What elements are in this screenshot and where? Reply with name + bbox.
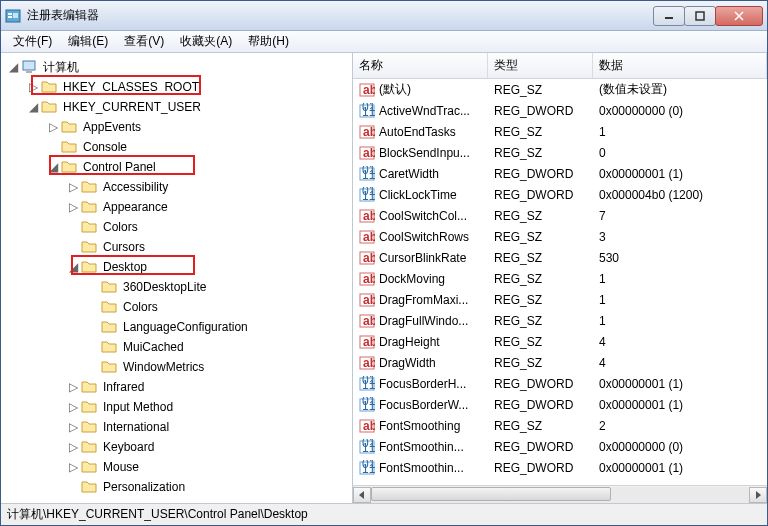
scroll-thumb[interactable]: [371, 487, 611, 501]
tree-desktop[interactable]: ◢Desktop: [1, 257, 352, 277]
tree-hkcr[interactable]: ▷HKEY_CLASSES_ROOT: [1, 77, 352, 97]
value-name-cell: 011110FontSmoothin...: [353, 439, 488, 455]
menu-edit[interactable]: 编辑(E): [60, 31, 116, 52]
menu-file[interactable]: 文件(F): [5, 31, 60, 52]
tree-appevents[interactable]: ▷AppEvents: [1, 117, 352, 137]
tree-mouse-label: Mouse: [101, 459, 141, 475]
value-type-cell: REG_DWORD: [488, 377, 593, 391]
value-type-cell: REG_DWORD: [488, 398, 593, 412]
value-data-cell: 1: [593, 293, 767, 307]
value-data-cell: 4: [593, 335, 767, 349]
value-row[interactable]: 011110CaretWidthREG_DWORD0x00000001 (1): [353, 163, 767, 184]
value-row[interactable]: 011110FocusBorderW...REG_DWORD0x00000001…: [353, 394, 767, 415]
tree-console[interactable]: Console: [1, 137, 352, 157]
tree-keyboard[interactable]: ▷Keyboard: [1, 437, 352, 457]
value-row[interactable]: abDockMovingREG_SZ1: [353, 268, 767, 289]
titlebar[interactable]: 注册表编辑器: [1, 1, 767, 31]
tree-desktoplite[interactable]: 360DesktopLite: [1, 277, 352, 297]
value-name-cell: 011110ActiveWndTrac...: [353, 103, 488, 119]
tree-controlpanel[interactable]: ◢Control Panel: [1, 157, 352, 177]
tree-accessibility-label: Accessibility: [101, 179, 170, 195]
svg-text:ab: ab: [363, 146, 375, 160]
menu-view[interactable]: 查看(V): [116, 31, 172, 52]
value-row[interactable]: abAutoEndTasksREG_SZ1: [353, 121, 767, 142]
value-data-cell: 1: [593, 314, 767, 328]
maximize-button[interactable]: [684, 6, 716, 26]
tree-cursors-label: Cursors: [101, 239, 147, 255]
value-type-cell: REG_SZ: [488, 356, 593, 370]
tree-root[interactable]: ◢计算机: [1, 57, 352, 77]
value-row[interactable]: 011110ClickLockTimeREG_DWORD0x000004b0 (…: [353, 184, 767, 205]
value-row[interactable]: abCoolSwitchCol...REG_SZ7: [353, 205, 767, 226]
tree-keyboard-label: Keyboard: [101, 439, 156, 455]
value-row[interactable]: 011110FontSmoothin...REG_DWORD0x00000001…: [353, 457, 767, 478]
menu-help[interactable]: 帮助(H): [240, 31, 297, 52]
tree-winmetrics-label: WindowMetrics: [121, 359, 206, 375]
value-row[interactable]: abDragHeightREG_SZ4: [353, 331, 767, 352]
close-button[interactable]: [715, 6, 763, 26]
tree-cursors[interactable]: Cursors: [1, 237, 352, 257]
tree-infrared[interactable]: ▷Infrared: [1, 377, 352, 397]
tree-inputmethod[interactable]: ▷Input Method: [1, 397, 352, 417]
scroll-track[interactable]: [371, 487, 749, 503]
value-name-cell: abDockMoving: [353, 271, 488, 287]
value-data-cell: 0: [593, 146, 767, 160]
value-row[interactable]: abCoolSwitchRowsREG_SZ3: [353, 226, 767, 247]
tree-appearance[interactable]: ▷Appearance: [1, 197, 352, 217]
horizontal-scrollbar[interactable]: [353, 485, 767, 503]
tree-console-label: Console: [81, 139, 129, 155]
menu-favorites[interactable]: 收藏夹(A): [172, 31, 240, 52]
value-row[interactable]: 011110ActiveWndTrac...REG_DWORD0x0000000…: [353, 100, 767, 121]
app-icon: [5, 8, 21, 24]
value-row[interactable]: abDragFromMaxi...REG_SZ1: [353, 289, 767, 310]
scroll-left-button[interactable]: [353, 487, 371, 503]
value-row[interactable]: ab(默认)REG_SZ(数值未设置): [353, 79, 767, 100]
value-data-cell: 3: [593, 230, 767, 244]
value-name-cell: 011110FocusBorderW...: [353, 397, 488, 413]
minimize-button[interactable]: [653, 6, 685, 26]
tree-controlpanel-label: Control Panel: [81, 159, 158, 175]
tree-pane[interactable]: ◢计算机▷HKEY_CLASSES_ROOT◢HKEY_CURRENT_USER…: [1, 53, 353, 503]
value-row[interactable]: abBlockSendInpu...REG_SZ0: [353, 142, 767, 163]
value-row[interactable]: abDragFullWindo...REG_SZ1: [353, 310, 767, 331]
value-row[interactable]: abDragWidthREG_SZ4: [353, 352, 767, 373]
tree-hkcu[interactable]: ◢HKEY_CURRENT_USER: [1, 97, 352, 117]
svg-text:110: 110: [362, 441, 375, 455]
value-data-cell: 0x00000001 (1): [593, 167, 767, 181]
tree-mouse[interactable]: ▷Mouse: [1, 457, 352, 477]
tree-winmetrics[interactable]: WindowMetrics: [1, 357, 352, 377]
svg-rect-9: [26, 71, 32, 73]
value-type-cell: REG_SZ: [488, 419, 593, 433]
value-row[interactable]: 011110FocusBorderH...REG_DWORD0x00000001…: [353, 373, 767, 394]
list-pane: 名称 类型 数据 ab(默认)REG_SZ(数值未设置)011110Active…: [353, 53, 767, 503]
svg-text:ab: ab: [363, 314, 375, 328]
value-name-cell: abCoolSwitchCol...: [353, 208, 488, 224]
svg-text:ab: ab: [363, 419, 375, 433]
tree-hkcr-label: HKEY_CLASSES_ROOT: [61, 79, 201, 95]
tree-muicached[interactable]: MuiCached: [1, 337, 352, 357]
tree-colors2[interactable]: Colors: [1, 297, 352, 317]
tree-accessibility[interactable]: ▷Accessibility: [1, 177, 352, 197]
value-row[interactable]: 011110FontSmoothin...REG_DWORD0x00000000…: [353, 436, 767, 457]
tree-root-label: 计算机: [41, 58, 81, 77]
svg-text:ab: ab: [363, 293, 375, 307]
value-row[interactable]: abFontSmoothingREG_SZ2: [353, 415, 767, 436]
col-header-name[interactable]: 名称: [353, 53, 488, 78]
svg-text:ab: ab: [363, 335, 375, 349]
col-header-data[interactable]: 数据: [593, 53, 767, 78]
window-title: 注册表编辑器: [27, 7, 654, 24]
tree-personalization[interactable]: Personalization: [1, 477, 352, 497]
list-body[interactable]: ab(默认)REG_SZ(数值未设置)011110ActiveWndTrac..…: [353, 79, 767, 485]
tree-international[interactable]: ▷International: [1, 417, 352, 437]
svg-text:ab: ab: [363, 209, 375, 223]
scroll-right-button[interactable]: [749, 487, 767, 503]
col-header-type[interactable]: 类型: [488, 53, 593, 78]
value-data-cell: 1: [593, 272, 767, 286]
value-row[interactable]: abCursorBlinkRateREG_SZ530: [353, 247, 767, 268]
tree-colors[interactable]: Colors: [1, 217, 352, 237]
value-name-cell: abDragHeight: [353, 334, 488, 350]
svg-text:110: 110: [362, 378, 375, 392]
svg-rect-8: [23, 61, 35, 70]
value-type-cell: REG_DWORD: [488, 188, 593, 202]
tree-langconf[interactable]: LanguageConfiguration: [1, 317, 352, 337]
